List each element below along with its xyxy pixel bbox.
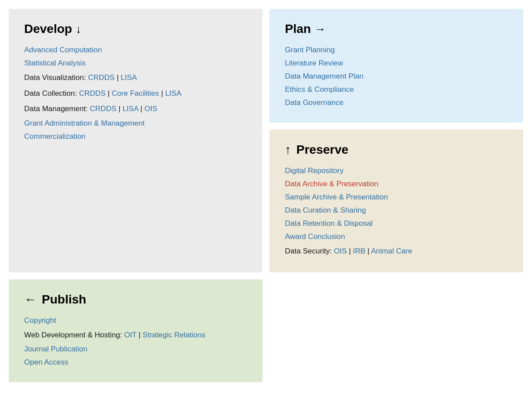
develop-item-advanced-computation[interactable]: Advanced Computation [24,46,247,54]
develop-data-mgmt-lisa[interactable]: LISA [123,105,138,113]
publish-web-dev-oit[interactable]: OIT [124,331,136,339]
main-grid: Plan → Grant Planning Literature Review … [9,9,523,382]
preserve-arrow: ↑ [285,143,291,157]
preserve-item-award-conclusion[interactable]: Award Conclusion [285,232,508,241]
develop-items: Advanced Computation Statistical Analysi… [24,46,247,141]
plan-arrow: → [314,22,326,36]
publish-items: Copyright Web Development & Hosting: OIT… [24,316,247,367]
publish-title-text: Publish [42,293,86,307]
preserve-item-data-archive[interactable]: Data Archive & Preservation [285,180,508,188]
publish-item-copyright[interactable]: Copyright [24,316,247,325]
plan-title-text: Plan [285,22,311,36]
develop-card: Develop ↓ Advanced Computation Statistic… [9,9,262,272]
publish-item-journal-publication[interactable]: Journal Publication [24,345,247,354]
develop-item-data-visualization: Data Visualization: CRDDS | LISA [24,72,247,83]
publish-arrow: ← [24,293,36,307]
plan-item-literature-review[interactable]: Literature Review [285,59,508,68]
plan-card: Plan → Grant Planning Literature Review … [270,9,523,123]
plan-item-grant-planning[interactable]: Grant Planning [285,46,508,54]
preserve-item-sample-archive[interactable]: Sample Archive & Presentation [285,193,508,202]
preserve-item-data-retention[interactable]: Data Retention & Disposal [285,219,508,228]
develop-data-col-sep2: | [161,89,165,98]
develop-data-col-crdds[interactable]: CRDDS [79,89,106,98]
develop-title-text: Develop [24,22,72,36]
develop-item-commercialization[interactable]: Commercialization [24,132,247,141]
preserve-title: ↑ Preserve [285,143,508,157]
publish-item-open-access[interactable]: Open Access [24,358,247,367]
develop-data-viz-sep1: | [117,73,120,82]
preserve-data-sec-irb[interactable]: IRB [353,247,365,255]
preserve-items: Digital Repository Data Archive & Preser… [285,166,508,257]
publish-title: ← Publish [24,293,247,307]
develop-item-statistical-analysis[interactable]: Statistical Analysis [24,59,247,68]
preserve-data-sec-sep1: | [349,247,353,255]
develop-item-grant-admin[interactable]: Grant Administration & Management [24,119,247,128]
plan-item-ethics-compliance[interactable]: Ethics & Compliance [285,85,508,94]
develop-item-data-management: Data Management: CRDDS | LISA | OIS [24,103,247,115]
preserve-data-sec-sep2: | [368,247,371,255]
preserve-data-sec-label: Data Security: [285,247,334,255]
plan-title: Plan → [285,22,508,36]
develop-data-mgmt-sep1: | [119,105,123,113]
preserve-card: ↑ Preserve Digital Repository Data Archi… [270,130,523,272]
publish-item-web-dev: Web Development & Hosting: OIT | Strateg… [24,329,247,341]
develop-data-col-sep1: | [108,89,112,98]
preserve-data-sec-animal-care[interactable]: Animal Care [371,247,412,255]
preserve-title-text: Preserve [296,143,348,157]
plan-item-data-management-plan[interactable]: Data Management Plan [285,72,508,81]
develop-data-col-lisa[interactable]: LISA [165,89,182,98]
preserve-item-digital-repository[interactable]: Digital Repository [285,166,508,175]
develop-data-viz-label: Data Visualization: [24,73,88,82]
develop-data-col-label: Data Collection: [24,89,79,98]
publish-web-dev-strategic-relations[interactable]: Strategic Relations [142,331,205,339]
develop-data-viz-lisa[interactable]: LISA [121,73,137,82]
preserve-data-sec-ois[interactable]: OIS [334,247,347,255]
develop-arrow: ↓ [76,22,81,36]
preserve-item-data-security: Data Security: OIS | IRB | Animal Care [285,246,508,257]
plan-items: Grant Planning Literature Review Data Ma… [285,46,508,107]
develop-title: Develop ↓ [24,22,247,36]
develop-data-mgmt-ois[interactable]: OIS [144,105,157,113]
develop-data-mgmt-crdds[interactable]: CRDDS [90,105,116,113]
publish-web-dev-sep1: | [138,331,142,339]
plan-item-data-governance[interactable]: Data Governance [285,98,508,107]
develop-item-data-collection: Data Collection: CRDDS | Core Facilities… [24,88,247,99]
preserve-item-data-curation[interactable]: Data Curation & Sharing [285,206,508,215]
publish-card: ← Publish Copyright Web Development & Ho… [9,279,262,383]
develop-data-mgmt-label: Data Management: [24,105,90,113]
develop-data-viz-crdds[interactable]: CRDDS [88,73,114,82]
develop-data-col-core-facilities[interactable]: Core Facilities [112,89,159,98]
publish-web-dev-label: Web Development & Hosting: [24,331,124,339]
